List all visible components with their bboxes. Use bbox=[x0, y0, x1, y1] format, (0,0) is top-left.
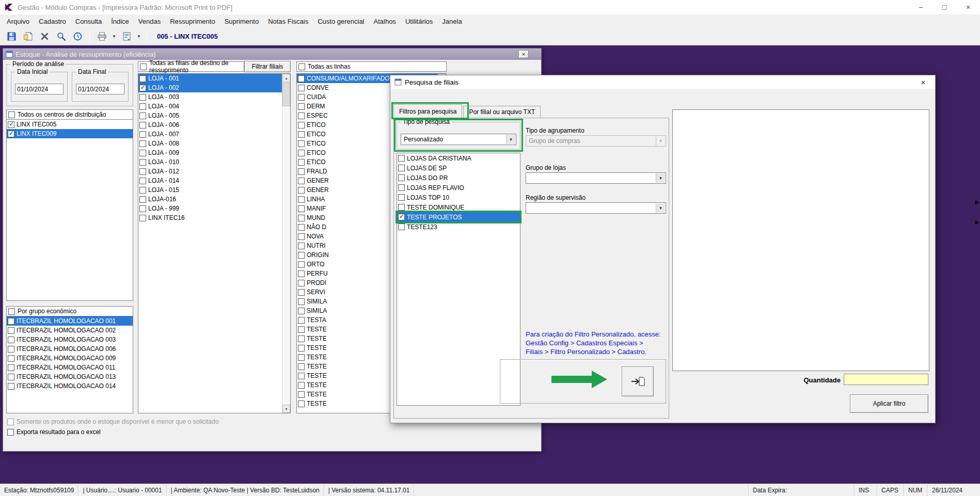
pesquisa-dialog-close-button[interactable]: × bbox=[915, 75, 931, 89]
item-checkbox[interactable] bbox=[298, 252, 305, 259]
item-checkbox[interactable] bbox=[298, 326, 305, 333]
filtrar-filiais-button[interactable]: Filtrar filiais bbox=[244, 61, 291, 72]
menu-item[interactable]: Consulta bbox=[71, 14, 106, 28]
item-checkbox[interactable] bbox=[298, 224, 305, 231]
analysis-dialog-close-button[interactable]: × bbox=[518, 50, 529, 58]
menu-item[interactable]: Vendas bbox=[134, 14, 165, 28]
item-checkbox[interactable] bbox=[139, 94, 146, 101]
item-checkbox[interactable] bbox=[139, 205, 146, 212]
item-checkbox[interactable] bbox=[298, 131, 305, 138]
item-checkbox[interactable] bbox=[139, 140, 146, 147]
filial-list-item[interactable]: LOJA - 010 bbox=[138, 157, 282, 167]
item-checkbox[interactable] bbox=[8, 318, 14, 325]
item-checkbox[interactable] bbox=[139, 159, 146, 166]
filtro-list-item[interactable]: LOJAS DE SP bbox=[397, 163, 520, 173]
item-checkbox[interactable] bbox=[298, 178, 305, 184]
print-dropdown-arrow[interactable]: ▼ bbox=[111, 34, 117, 39]
menu-item[interactable]: Arquivo bbox=[2, 14, 34, 28]
item-checkbox[interactable] bbox=[139, 131, 146, 138]
grupo-list-item[interactable]: ITECBRAZIL HOMOLOGACAO 003 bbox=[7, 335, 133, 344]
grupo-list-item[interactable]: ITECBRAZIL HOMOLOGACAO 009 bbox=[7, 354, 133, 363]
item-checkbox[interactable] bbox=[298, 280, 305, 286]
filtro-list-item[interactable]: TESTE PROJETOS bbox=[397, 212, 520, 222]
menu-item[interactable]: Atalhos bbox=[369, 14, 401, 28]
item-checkbox[interactable] bbox=[298, 363, 305, 370]
item-checkbox[interactable] bbox=[298, 270, 305, 277]
centros-header[interactable]: Todos os centros de distribuição bbox=[6, 109, 133, 120]
delete-button[interactable] bbox=[37, 30, 52, 43]
item-checkbox[interactable] bbox=[298, 159, 305, 166]
menu-item[interactable]: Suprimento bbox=[220, 14, 263, 28]
item-checkbox[interactable] bbox=[298, 113, 305, 119]
grupo-list-item[interactable]: ITECBRAZIL HOMOLOGACAO 013 bbox=[7, 372, 133, 381]
item-checkbox[interactable] bbox=[139, 150, 146, 156]
scroll-down-icon[interactable]: ▼ bbox=[282, 405, 290, 413]
item-checkbox[interactable] bbox=[298, 85, 305, 91]
item-checkbox[interactable] bbox=[298, 391, 305, 398]
filial-list-item[interactable]: LOJA - 015 bbox=[138, 185, 282, 195]
filial-list-item[interactable]: LOJA - 006 bbox=[138, 120, 282, 130]
filtro-list-item[interactable]: LOJAS DO PR bbox=[397, 173, 520, 183]
aplicar-filtro-button[interactable]: Aplicar filtro bbox=[850, 394, 928, 413]
filtro-list-item[interactable]: LOJAS TOP 10 bbox=[397, 193, 520, 202]
item-checkbox[interactable] bbox=[298, 122, 305, 129]
filial-list-item[interactable]: LOJA - 001 bbox=[138, 74, 282, 83]
filial-list-item[interactable]: LINX ITEC16 bbox=[138, 213, 282, 222]
filial-list-item[interactable]: LOJA - 012 bbox=[138, 167, 282, 176]
item-checkbox[interactable] bbox=[398, 174, 405, 181]
scroll-up-icon[interactable]: ▲ bbox=[282, 74, 290, 82]
item-checkbox[interactable] bbox=[398, 223, 405, 230]
menu-item[interactable]: Janela bbox=[437, 14, 466, 28]
item-checkbox[interactable] bbox=[139, 103, 146, 110]
item-checkbox[interactable] bbox=[298, 382, 305, 389]
report-button[interactable] bbox=[119, 30, 134, 43]
item-checkbox[interactable] bbox=[298, 187, 305, 194]
filial-list-item[interactable]: LOJA - 005 bbox=[138, 111, 282, 120]
item-checkbox[interactable] bbox=[139, 75, 146, 82]
filiais-header-checkbox[interactable] bbox=[140, 63, 147, 70]
regiao-supervisao-combobox[interactable] bbox=[526, 202, 666, 214]
filial-list-item[interactable]: LOJA - 014 bbox=[138, 176, 282, 185]
item-checkbox[interactable] bbox=[139, 178, 146, 184]
item-checkbox[interactable] bbox=[298, 94, 305, 101]
quantidade-input[interactable] bbox=[844, 374, 928, 385]
grupo-list-item[interactable]: ITECBRAZIL HOMOLOGACAO 011 bbox=[7, 363, 133, 372]
item-checkbox[interactable] bbox=[398, 214, 405, 220]
filial-list-item[interactable]: LOJA - 008 bbox=[138, 139, 282, 148]
data-inicial-input[interactable] bbox=[15, 84, 64, 94]
item-checkbox[interactable] bbox=[8, 121, 14, 128]
centros-header-checkbox[interactable] bbox=[8, 111, 15, 118]
menu-item[interactable]: Cadastro bbox=[34, 14, 71, 28]
linhas-header[interactable]: Todas as linhas bbox=[296, 61, 447, 72]
maximize-button[interactable]: □ bbox=[932, 0, 956, 14]
filtro-list-item[interactable]: TESTE123 bbox=[397, 222, 520, 232]
grupo-list-item[interactable]: ITECBRAZIL HOMOLOGACAO 002 bbox=[7, 326, 133, 335]
somente-produtos-checkbox[interactable] bbox=[7, 419, 14, 425]
item-checkbox[interactable] bbox=[139, 215, 146, 221]
tipo-agrupamento-combobox[interactable]: Grupo de compras bbox=[526, 135, 666, 147]
grupo-lojas-combobox[interactable] bbox=[526, 172, 666, 184]
transfer-button[interactable] bbox=[622, 366, 654, 396]
filiais-scrollbar[interactable]: ▲ ▼ bbox=[282, 74, 290, 413]
tipo-pesquisa-combobox[interactable]: Personalizado bbox=[401, 134, 516, 145]
item-checkbox[interactable] bbox=[298, 75, 305, 82]
filial-list-item[interactable]: LOJA-016 bbox=[138, 195, 282, 204]
item-checkbox[interactable] bbox=[139, 196, 146, 203]
item-checkbox[interactable] bbox=[139, 187, 146, 194]
item-checkbox[interactable] bbox=[298, 140, 305, 147]
filial-list-item[interactable]: LOJA - 004 bbox=[138, 102, 282, 111]
item-checkbox[interactable] bbox=[298, 345, 305, 351]
item-checkbox[interactable] bbox=[398, 165, 405, 171]
scroll-thumb[interactable] bbox=[282, 83, 290, 106]
pesquisa-tab[interactable]: Por filial ou arquivo TXT bbox=[463, 106, 541, 118]
item-checkbox[interactable] bbox=[298, 261, 305, 268]
grupo-header-checkbox[interactable] bbox=[8, 308, 15, 315]
item-checkbox[interactable] bbox=[139, 122, 146, 129]
new-document-button[interactable] bbox=[21, 30, 35, 43]
item-checkbox[interactable] bbox=[8, 383, 14, 390]
filiais-header[interactable]: Todas as filiais de destino de ressuprim… bbox=[138, 61, 244, 72]
linhas-header-checkbox[interactable] bbox=[298, 63, 305, 70]
item-checkbox[interactable] bbox=[398, 184, 405, 191]
item-checkbox[interactable] bbox=[298, 354, 305, 361]
menu-item[interactable]: Ressuprimento bbox=[165, 14, 219, 28]
